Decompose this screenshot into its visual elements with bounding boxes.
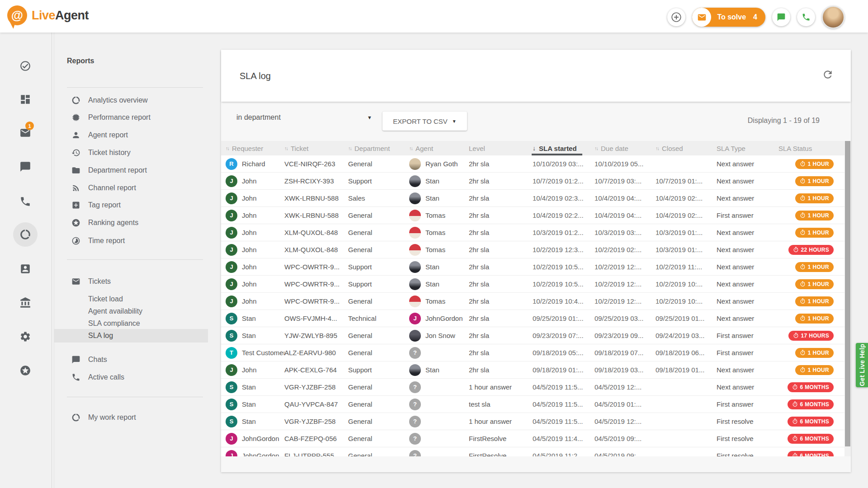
cell-closed: 09/18/2019 06... — [656, 349, 717, 357]
column-header-closed[interactable]: ↑↓Closed — [656, 141, 717, 155]
cell-sla-status: 1 HOUR — [778, 365, 844, 375]
rail-item-dashboard[interactable] — [19, 94, 31, 105]
column-header-agent[interactable]: ↑↓Agent — [409, 141, 469, 155]
menu-item-my-work-report[interactable]: My work report — [54, 411, 208, 424]
to-solve-count: 4 — [753, 13, 757, 21]
cell-sla-started: 10/2/2019 10:5... — [533, 263, 594, 271]
table-row[interactable]: SStanVGR-YJZBF-258General?1 hour answer0… — [221, 413, 844, 430]
table-row[interactable]: SStanVGR-YJZBF-258General?1 hour answer0… — [221, 379, 844, 396]
cell-due-date: 04/5/2019 01:... — [594, 400, 656, 408]
initial-avatar: R — [226, 158, 237, 170]
badge-label: 1 HOUR — [808, 212, 829, 219]
sla-status-badge: 1 HOUR — [795, 228, 834, 238]
column-header-due-date[interactable]: ↑↓Due date — [594, 141, 656, 155]
cell-level: 2hr sla — [469, 194, 533, 202]
cell-sla-type: First answer — [717, 211, 778, 219]
get-live-help-tab[interactable]: Get Live Help — [856, 343, 868, 387]
table-row[interactable]: JJohnZSH-RCIXY-393SupportStan2hr sla10/7… — [221, 173, 844, 190]
table-row[interactable]: JJohnAPK-CEXLG-764SupportStan2hr sla09/1… — [221, 361, 844, 379]
rail-item-contacts[interactable] — [19, 263, 31, 275]
table-row[interactable]: TTest CustomerALZ-EARVU-980General?2hr s… — [221, 344, 844, 361]
table-row[interactable]: SStanOWS-FVJMH-4...TechnicalJJohnGordon2… — [221, 310, 844, 327]
user-avatar[interactable] — [822, 6, 844, 28]
cell-sla-status: 6 MONTHS — [778, 434, 844, 444]
menu-subitem-ticket-load[interactable]: Ticket load — [54, 292, 208, 306]
chats-button[interactable] — [772, 8, 790, 26]
cell-agent: Stan — [409, 278, 469, 290]
cell-requester: JJohn — [226, 278, 284, 290]
cell-sla-type: First resolve — [717, 452, 778, 456]
cell-sla-status: 6 MONTHS — [778, 382, 844, 392]
to-solve-button[interactable]: To solve 4 — [692, 8, 765, 27]
table-row[interactable]: JJohnGordonCAB-FZEPQ-056General?FirstRes… — [221, 430, 844, 447]
table-row[interactable]: JJohnWPC-OWRTR-9...SupportStan2hr sla10/… — [221, 276, 844, 293]
menu-item-performance-report[interactable]: Performance report — [54, 111, 208, 124]
cell-department: General — [348, 229, 409, 236]
cell-sla-started: 10/3/2019 01:2... — [533, 229, 594, 236]
menu-item-label: Ticket load — [88, 295, 123, 303]
cell-requester: JJohn — [226, 175, 284, 187]
rail-item-tickets[interactable]: 1 — [19, 127, 31, 139]
rail-item-settings[interactable] — [19, 331, 31, 343]
rail-item-todo[interactable] — [19, 60, 31, 72]
phone-icon — [802, 13, 811, 22]
table-row[interactable]: SStanYJW-ZWLYB-895GeneralJon Snow2hr sla… — [221, 327, 844, 344]
column-header-sla-type: SLA Type — [717, 141, 778, 155]
menu-item-department-report[interactable]: Department report — [54, 164, 208, 177]
chat-icon — [19, 161, 31, 173]
table-row[interactable]: JJohnXLM-QUXOL-848GeneralTomas2hr sla10/… — [221, 224, 844, 241]
menu-item-ticket-history[interactable]: Ticket history — [54, 146, 208, 160]
table-row[interactable]: RRichardVCE-NIRQF-263GeneralRyan Goth2hr… — [221, 155, 844, 173]
menu-subitem-agent-availability[interactable]: Agent availability — [54, 305, 208, 318]
table-scrollbar[interactable] — [844, 141, 851, 456]
menu-item-analytics-overview[interactable]: Analytics overview — [54, 94, 208, 107]
menu-item-agent-report[interactable]: Agent report — [54, 128, 208, 142]
menu-item-tag-report[interactable]: Tag report — [54, 198, 208, 212]
menu-item-channel-report[interactable]: Channel report — [54, 181, 208, 195]
menu-item-ranking-agents[interactable]: Ranking agents — [54, 216, 208, 230]
cell-agent: Tomas — [409, 244, 469, 256]
rail-item-reports[interactable] — [19, 229, 31, 240]
menu-item-time-report[interactable]: Time report — [54, 234, 208, 248]
column-header-sla-started[interactable]: ↓SLA started — [533, 141, 594, 155]
cell-sla-started: 04/5/2019 11:5... — [533, 400, 594, 408]
menu-subitem-sla-log[interactable]: SLA log — [54, 329, 208, 343]
cell-agent: Jon Snow — [409, 330, 469, 342]
rail-item-company[interactable] — [19, 297, 31, 309]
rail-item-chats[interactable] — [19, 161, 31, 173]
column-header-ticket[interactable]: ↑↓Ticket — [284, 141, 348, 155]
displaying-count: Displaying 1 - 19 of 19 — [748, 117, 820, 125]
dashboard-icon — [19, 94, 31, 105]
menu-item-active-calls[interactable]: Active calls — [54, 371, 208, 384]
table-row[interactable]: JJohnGordonFLJ-UTPPP-555General?FirstRes… — [221, 447, 844, 456]
export-csv-button[interactable]: EXPORT TO CSV ▼ — [382, 112, 467, 131]
column-header-department[interactable]: ↑↓Department — [348, 141, 409, 155]
menu-item-label: SLA compliance — [88, 319, 140, 328]
cell-sla-started: 09/25/2019 01:... — [533, 314, 594, 322]
table-row[interactable]: SStanQAU-YVPCA-847General?test sla04/5/2… — [221, 396, 844, 413]
department-filter-select[interactable]: in department ▼ — [236, 111, 372, 124]
menu-item-tickets[interactable]: Tickets — [54, 275, 208, 288]
table-row[interactable]: JJohnWPC-OWRTR-9...SupportStan2hr sla10/… — [221, 258, 844, 276]
menu-item-chats[interactable]: Chats — [54, 353, 208, 366]
refresh-button[interactable] — [822, 69, 834, 80]
table-row[interactable]: JJohnXWK-LRBNU-588GeneralTomas2hr sla10/… — [221, 207, 844, 224]
badge-label: 1 HOUR — [808, 195, 829, 202]
photo-avatar — [409, 227, 421, 239]
add-button[interactable] — [667, 8, 685, 26]
table-row[interactable]: JJohnXLM-QUXOL-848GeneralTomas2hr sla10/… — [221, 241, 844, 258]
cell-sla-status: 1 HOUR — [778, 228, 844, 238]
sort-desc-icon: ↓ — [533, 145, 536, 152]
liveagent-logo[interactable]: @ LiveAgent — [7, 5, 89, 25]
menu-item-label: Department report — [88, 166, 147, 174]
cell-department: Support — [348, 263, 409, 271]
table-row[interactable]: JJohnXWK-LRBNU-588SalesStan2hr sla10/4/2… — [221, 190, 844, 207]
scrollbar-thumb[interactable] — [845, 141, 850, 446]
rail-item-calls[interactable] — [19, 196, 31, 207]
menu-subitem-sla-compliance[interactable]: SLA compliance — [54, 317, 208, 330]
cell-agent: Stan — [409, 364, 469, 376]
calls-button[interactable] — [797, 8, 815, 26]
table-row[interactable]: JJohnWPC-OWRTR-9...GeneralTomas2hr sla10… — [221, 293, 844, 310]
rail-item-addons[interactable] — [19, 365, 31, 376]
column-header-requester[interactable]: ↑↓Requester — [226, 141, 284, 155]
